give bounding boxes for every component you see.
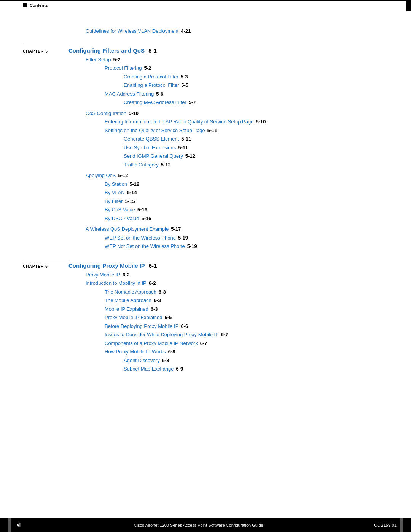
- page-footer: vi Cisco Aironet 1200 Series Access Poin…: [0, 518, 411, 532]
- list-item: Settings on the Quality of Service Setup…: [105, 127, 388, 134]
- list-item: Proxy Mobile IP 6-2: [86, 271, 388, 279]
- list-item: Send IGMP General Query 5-12: [124, 152, 388, 160]
- list-item: Before Deploying Proxy Mobile IP 6-6: [105, 323, 388, 330]
- list-item: By Filter 5-15: [105, 198, 388, 205]
- list-item: The Nomadic Approach 6-3: [105, 288, 388, 296]
- toc-link[interactable]: By DSCP Value: [105, 215, 139, 222]
- toc-link[interactable]: Creating MAC Address Filter: [124, 99, 186, 106]
- toc-link[interactable]: Components of a Proxy Mobile IP Network: [105, 340, 198, 347]
- toc-link[interactable]: Enabling a Protocol Filter: [124, 81, 179, 89]
- top-right-tab: [406, 0, 411, 11]
- toc-link[interactable]: Filter Setup: [86, 56, 111, 64]
- list-item: Entering Information on the AP Radio Qua…: [105, 118, 388, 126]
- toc-link[interactable]: QoS Configuration: [86, 110, 126, 117]
- toc-link[interactable]: Traffic Category: [124, 161, 159, 169]
- list-item: Applying QoS 5-12: [86, 172, 388, 179]
- list-item: A Wireless QoS Deployment Example 5-17: [86, 225, 388, 233]
- main-content: Guidelines for Wireless VLAN Deployment …: [23, 19, 388, 374]
- list-item: By VLAN 5-14: [105, 189, 388, 197]
- footer-doc-number: OL-2159-01: [374, 523, 397, 527]
- list-item: How Proxy Mobile IP Works 6-8: [105, 348, 388, 356]
- list-item: Issues to Consider While Deploying Proxy…: [105, 331, 388, 339]
- list-item: Generate QBSS Element 5-11: [124, 135, 388, 143]
- chapter-6-section: CHAPTER 6 Configuring Proxy Mobile IP 6-…: [23, 260, 388, 373]
- toc-link[interactable]: MAC Address Filtering: [105, 90, 154, 98]
- list-item: By Station 5-12: [105, 181, 388, 188]
- page-container: Contents Guidelines for Wireless VLAN De…: [0, 0, 411, 532]
- toc-link[interactable]: Introduction to Mobility in IP: [86, 280, 147, 287]
- footer-right-border: [400, 518, 403, 532]
- toc-link[interactable]: By Filter: [105, 198, 123, 205]
- toc-link[interactable]: Issues to Consider While Deploying Proxy…: [105, 331, 219, 339]
- list-item: MAC Address Filtering 5-6: [105, 90, 388, 98]
- toc-link[interactable]: Use Symbol Extensions: [124, 144, 176, 152]
- toc-link[interactable]: Before Deploying Proxy Mobile IP: [105, 323, 178, 330]
- header-label: Contents: [30, 3, 48, 8]
- toc-link[interactable]: Creating a Protocol Filter: [124, 73, 178, 81]
- list-item: Traffic Category 5-12: [124, 161, 388, 169]
- list-item: Filter Setup 5-2: [86, 56, 388, 64]
- list-item: Mobile IP Explained 6-3: [105, 305, 388, 313]
- toc-link[interactable]: By VLAN: [105, 189, 125, 197]
- list-item: By CoS Value 5-16: [105, 206, 388, 214]
- toc-link[interactable]: Settings on the Quality of Service Setup…: [105, 127, 205, 134]
- chapter-5-section: CHAPTER 5 Configuring Filters and QoS 5-…: [23, 45, 388, 250]
- toc-link-vlan[interactable]: Guidelines for Wireless VLAN Deployment: [86, 27, 178, 35]
- footer-left-border: [8, 518, 11, 532]
- list-item: Use Symbol Extensions 5-11: [124, 144, 388, 152]
- toc-link[interactable]: Agent Discovery: [124, 357, 160, 364]
- list-item: Agent Discovery 6-8: [124, 357, 388, 364]
- toc-link[interactable]: WEP Set on the Wireless Phone: [105, 234, 176, 242]
- list-item: The Mobile Approach 6-3: [105, 297, 388, 304]
- toc-link[interactable]: By Station: [105, 181, 127, 188]
- toc-pre-entry: Guidelines for Wireless VLAN Deployment …: [86, 27, 388, 35]
- toc-link[interactable]: Protocol Filtering: [105, 64, 142, 72]
- chapter-5-header: CHAPTER 5 Configuring Filters and QoS 5-…: [23, 47, 388, 54]
- toc-link[interactable]: Proxy Mobile IP: [86, 271, 120, 279]
- toc-link[interactable]: The Mobile Approach: [105, 297, 151, 304]
- chapter-5-title-link[interactable]: Configuring Filters and QoS: [68, 47, 146, 54]
- toc-link[interactable]: By CoS Value: [105, 206, 135, 214]
- list-item: Proxy Mobile IP Explained 6-5: [105, 314, 388, 321]
- list-item: QoS Configuration 5-10: [86, 110, 388, 117]
- top-border: [0, 0, 411, 1]
- toc-link[interactable]: A Wireless QoS Deployment Example: [86, 225, 169, 233]
- list-item: Creating a Protocol Filter 5-3: [124, 73, 388, 81]
- toc-link[interactable]: Entering Information on the AP Radio Qua…: [105, 118, 253, 126]
- footer-page-number: vi: [14, 522, 23, 529]
- list-item: Introduction to Mobility in IP 6-2: [86, 280, 388, 287]
- chapter-6-header: CHAPTER 6 Configuring Proxy Mobile IP 6-…: [23, 262, 388, 269]
- chapter-6-rule: [23, 260, 68, 260]
- toc-link[interactable]: How Proxy Mobile IP Works: [105, 348, 166, 356]
- toc-link[interactable]: Mobile IP Explained: [105, 305, 148, 313]
- list-item: By DSCP Value 5-16: [105, 215, 388, 222]
- page-header: Contents: [23, 3, 48, 8]
- list-item: Enabling a Protocol Filter 5-5: [124, 81, 388, 89]
- footer-title: Cisco Aironet 1200 Series Access Point S…: [23, 523, 374, 527]
- list-item: Components of a Proxy Mobile IP Network …: [105, 340, 388, 347]
- list-item: Protocol Filtering 5-2: [105, 64, 388, 72]
- list-item: Subnet Map Exchange 6-9: [124, 365, 388, 373]
- toc-link[interactable]: Generate QBSS Element: [124, 135, 179, 143]
- chapter-5-rule: [23, 45, 68, 45]
- toc-link[interactable]: The Nomadic Approach: [105, 288, 156, 296]
- toc-link[interactable]: Proxy Mobile IP Explained: [105, 314, 162, 321]
- toc-link[interactable]: Send IGMP General Query: [124, 152, 183, 160]
- toc-link[interactable]: Applying QoS: [86, 172, 116, 179]
- list-item: WEP Set on the Wireless Phone 5-19: [105, 234, 388, 242]
- list-item: WEP Not Set on the Wireless Phone 5-19: [105, 243, 388, 250]
- toc-link[interactable]: Subnet Map Exchange: [124, 365, 174, 373]
- list-item: Creating MAC Address Filter 5-7: [124, 99, 388, 106]
- chapter-6-title-link[interactable]: Configuring Proxy Mobile IP: [68, 262, 147, 269]
- header-square-icon: [23, 3, 27, 7]
- toc-link[interactable]: WEP Not Set on the Wireless Phone: [105, 243, 185, 250]
